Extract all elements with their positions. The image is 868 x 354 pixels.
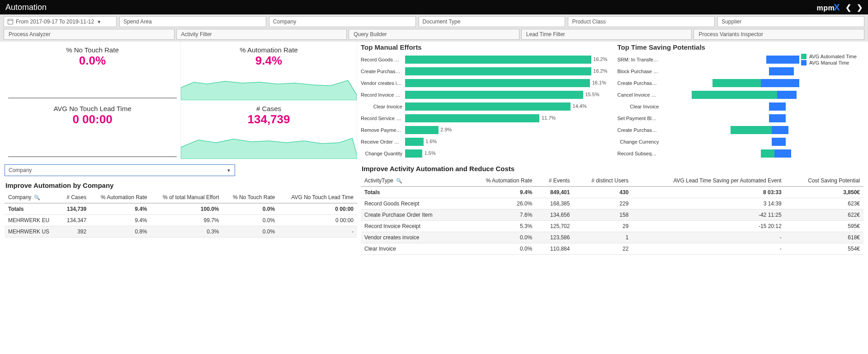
bar-automated [712, 79, 761, 87]
table-row[interactable]: Totals9.4%849,4014308 03:333,850€ [361, 186, 863, 198]
bar-fill [405, 91, 583, 99]
company-table: Company🔍 # Cases % Automation Rate % of … [5, 192, 357, 238]
kpi-value: 0 00:00 [6, 112, 179, 126]
bar-label: Remove Payment... [361, 127, 405, 133]
bar-manual [761, 79, 799, 87]
bar-value: 14.4% [573, 103, 587, 109]
filter-supplier[interactable]: Supplier [717, 16, 864, 27]
filter-product-class[interactable]: Product Class [568, 16, 715, 27]
bar-label: Create Purchase ... [617, 127, 661, 133]
kpi-value: 134,739 [183, 112, 355, 126]
bar-value: 2.9% [440, 127, 452, 132]
table-row[interactable]: Record Invoice Receipt5.3%125,70229-15 2… [361, 221, 863, 232]
filter-spend-area[interactable]: Spend Area [119, 16, 266, 27]
bar-label: Record Invoice Re... [361, 92, 405, 98]
kpi-automation-rate[interactable]: % Automation Rate 9.4% [181, 42, 357, 100]
bar-row[interactable]: Cancel Invoice Re... [617, 89, 799, 101]
bar-manual [769, 114, 786, 122]
bar-label: Record Subseque... [617, 151, 661, 156]
tab-query-builder[interactable]: Query Builder [349, 29, 519, 40]
activity-table: ActivityType🔍 % Automation Rate # Events… [361, 175, 863, 255]
search-icon[interactable]: 🔍 [34, 195, 40, 200]
bar-row[interactable]: Remove Payment...2.9% [361, 124, 612, 136]
kpi-value: 0.0% [6, 54, 179, 68]
bar-row[interactable]: Receive Order Co...1.6% [361, 136, 612, 148]
table-row[interactable]: MEHRWERK EU134,3479.4%99.7%0.0%0 00:00 [5, 215, 357, 226]
nav-next-icon[interactable]: ❯ [857, 3, 863, 12]
date-range-label: From 2017-09-17 To 2019-11-12 [16, 19, 94, 25]
legend-swatch-green [801, 54, 807, 59]
tab-process-variants[interactable]: Process Variants Inspector [693, 29, 864, 40]
table-row[interactable]: Create Purchase Order Item7.6%134,656158… [361, 210, 863, 221]
kpi-avg-no-touch-lead[interactable]: AVG No Touch Lead Time 0 00:00 [5, 100, 181, 159]
bar-fill [405, 149, 422, 158]
bar-fill [405, 67, 591, 75]
search-icon[interactable]: 🔍 [396, 178, 402, 183]
bar-row[interactable]: Change Currency [617, 136, 799, 148]
tab-lead-time-filter[interactable]: Lead Time Filter [521, 29, 692, 40]
bar-manual [772, 138, 785, 146]
sparkline-area [181, 132, 357, 159]
bar-row[interactable]: Record Goods Re...16.2% [361, 54, 612, 65]
bar-label: Vendor creates in... [361, 80, 405, 86]
bar-label: Block Purchase O... [617, 69, 661, 74]
bar-row[interactable]: Record Invoice Re...15.5% [361, 89, 612, 101]
activity-table-title: Improve Activity Automation and Reduce C… [362, 165, 863, 172]
kpi-grid: % No Touch Rate 0.0% % Automation Rate 9… [5, 42, 357, 159]
bar-row[interactable]: Block Purchase O... [617, 65, 799, 77]
bar-label: Record Service E... [361, 116, 405, 121]
bar-row[interactable]: Vendor creates in...16.1% [361, 77, 612, 89]
app-logo: mpmX [816, 2, 840, 13]
bar-row[interactable]: Create Purchase ... [617, 124, 799, 136]
bar-value: 11.7% [542, 115, 556, 121]
bar-value: 16.1% [592, 80, 606, 85]
nav-prev-icon[interactable]: ❮ [845, 3, 851, 12]
kpi-cases[interactable]: # Cases 134,739 [181, 100, 357, 159]
flatline-icon [8, 156, 177, 157]
bar-label: Create Purchase ... [361, 69, 405, 74]
filter-bar: From 2017-09-17 To 2019-11-12 ▼ Spend Ar… [0, 14, 868, 29]
filter-document-type[interactable]: Document Type [419, 16, 566, 27]
chart-time-saving[interactable]: Top Time Saving Potentials SRM: In Trans… [617, 42, 863, 159]
bar-manual [769, 102, 786, 111]
table-row[interactable]: Totals134,7399.4%100.0%0.0%0 00:00 [5, 203, 357, 215]
company-dropdown[interactable]: Company ▼ [5, 164, 235, 176]
bar-label: Clear Invoice [617, 104, 661, 109]
bar-automated [692, 91, 777, 99]
bar-manual [772, 126, 788, 134]
table-row[interactable]: Record Goods Receipt26.0%168,3852293 14:… [361, 198, 863, 210]
bar-automated [761, 149, 774, 158]
bar-label: Change Currency [617, 139, 661, 144]
bar-value: 16.2% [593, 56, 607, 62]
bar-manual [774, 149, 791, 158]
bar-label: Receive Order Co... [361, 139, 405, 144]
bar-row[interactable]: Clear Invoice [617, 101, 799, 112]
bar-row[interactable]: Set Payment Block [617, 112, 799, 124]
filter-company[interactable]: Company [269, 16, 416, 27]
table-row[interactable]: Clear Invoice0.0%110,88422-554€ [361, 243, 863, 255]
company-table-title: Improve Automation by Company [5, 182, 357, 189]
calendar-icon [8, 19, 13, 24]
bar-row[interactable]: Record Service E...11.7% [361, 112, 612, 124]
table-row[interactable]: MEHRWERK US3920.8%0.3%0.0%- [5, 226, 357, 238]
bar-row[interactable]: Clear Invoice14.4% [361, 101, 612, 112]
bar-row[interactable]: Create Purchase ...16.2% [361, 65, 612, 77]
bar-row[interactable]: Record Subseque... [617, 148, 799, 159]
bar-row[interactable]: Create Purchase ... [617, 77, 799, 89]
legend-swatch-blue [801, 60, 807, 65]
bar-row[interactable]: SRM: In Transfer t... [617, 54, 799, 65]
bar-fill [405, 79, 590, 87]
bar-value: 1.6% [425, 139, 437, 144]
chart-manual-efforts[interactable]: Top Manual Efforts Record Goods Re...16.… [361, 42, 612, 159]
bar-fill [405, 56, 591, 64]
bar-label: SRM: In Transfer t... [617, 57, 661, 62]
bar-label: Clear Invoice [361, 104, 405, 109]
tab-process-analyzer[interactable]: Process Analyzer [4, 29, 175, 40]
bar-row[interactable]: Change Quantity1.5% [361, 148, 612, 159]
bar-label: Change Quantity [361, 151, 405, 156]
table-row[interactable]: Vendor creates invoice0.0%123,5861-618€ [361, 232, 863, 243]
kpi-no-touch-rate[interactable]: % No Touch Rate 0.0% [5, 42, 181, 100]
date-range-filter[interactable]: From 2017-09-17 To 2019-11-12 ▼ [4, 16, 117, 27]
flatline-icon [8, 98, 177, 98]
tab-activity-filter[interactable]: Activity Filter [176, 29, 347, 40]
